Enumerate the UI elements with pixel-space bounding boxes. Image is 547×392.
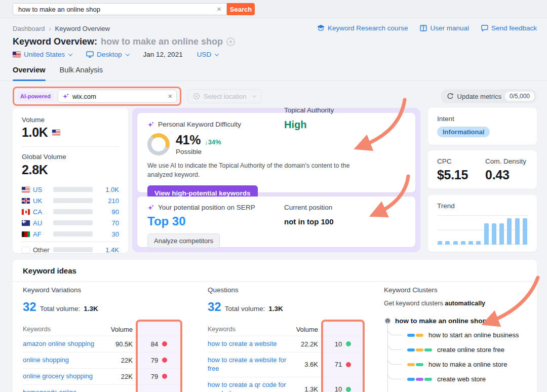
currency-selector[interactable]: USD [197,51,219,58]
questions-count[interactable]: 32 [208,300,221,314]
country-code[interactable]: UK [33,197,42,205]
add-keyword-icon[interactable] [226,37,235,46]
graduation-cap-icon [317,25,325,31]
country-code[interactable]: AF [33,230,42,238]
tabs-bar: Overview Bulk Analysis [0,66,547,81]
keyword-link[interactable]: homegoods online shopping [23,388,106,392]
competitive-density-label: Com. Density [485,158,526,165]
keyword-link[interactable]: how to create a qr code for a website [208,381,293,392]
cluster-tree: how to start an online business create o… [384,328,531,386]
search-button[interactable]: Search [227,3,255,15]
pkd-description: We use AI to indicate the Topical Author… [147,161,365,179]
keyword-pkd: 79 [136,357,182,364]
us-flag-icon [13,52,21,57]
breadcrumb-dashboard[interactable]: Dashboard [13,25,45,32]
trend-bar [468,241,473,245]
topical-authority-value: High [284,119,334,131]
country-volume-value: 70 [93,219,119,227]
keyword-link[interactable]: online shopping [23,356,106,365]
search-input[interactable] [13,3,227,15]
chevron-down-icon [125,52,129,56]
competitive-density-value: 0.43 [485,168,526,182]
update-metrics-button[interactable]: Update metrics 0/5,000 [441,89,537,103]
location-select[interactable]: Select location [187,89,261,103]
country-volume-row: Other 1.4K [22,244,119,255]
pkd-dot [346,387,351,392]
country-code[interactable]: CA [33,208,42,216]
country-flag-icon [22,247,30,253]
country-volume-bar [53,231,93,237]
tab[interactable]: Overview [13,66,46,81]
keyword-pkd: 71 [321,361,365,368]
tab[interactable]: Bulk Analysis [60,66,103,81]
country-selector[interactable]: United States [13,51,72,58]
keyword-clusters-label: Keyword Clusters [384,286,531,294]
search-clear-icon[interactable]: × [217,5,221,13]
trend-bar [476,241,481,245]
keyword-link[interactable]: online grocery shopping [23,372,106,381]
pkd-donut-chart [147,133,170,155]
keyword-overview-page: × Search Dashboard › Keyword Overview Ke… [0,0,547,392]
trend-bar [461,241,465,245]
cluster-item[interactable]: how to make a online store [407,357,531,372]
current-position-label: Current position [284,204,334,211]
cluster-item[interactable]: how to start an online business [407,328,531,342]
ai-domain-highlight-box: AI-powered wix.com × [13,87,181,106]
pkd-dot [162,358,167,363]
breadcrumb: Dashboard › Keyword Overview [13,25,110,32]
pkd-percent: 41% [176,133,201,147]
questions-table: Keywords Volume PKD % how to create a we… [208,323,365,392]
country-code[interactable]: Other [33,246,50,254]
page-title: Keyword Overview: how to make an online … [13,36,235,47]
keyword-link[interactable]: amazon online shopping [23,340,106,348]
domain-clear-icon[interactable]: × [168,92,172,100]
pkd-delta: ↓34% [205,138,221,146]
chat-bubble-icon [481,25,488,31]
trend-card: Trend [428,195,537,252]
keyword-volume: 22K [106,373,136,380]
country-volume-row: AU 70 [22,217,119,228]
analyze-competitors-button[interactable]: Analyze competitors [147,233,220,248]
pkd-title-row: Personal Keyword Difficulty [147,121,405,128]
ai-sparkle-icon [62,93,69,100]
country-flag-icon [22,187,30,192]
trend-bar-chart [437,215,528,245]
personal-keyword-difficulty-card: Personal Keyword Difficulty 41% ↓34% Pos… [137,113,415,192]
trend-label: Trend [437,202,528,210]
country-volume-row: US 1.0K [22,184,119,195]
pkd-dot [162,341,167,346]
cluster-root[interactable]: how to make an online shop [384,317,531,325]
send-feedback-link[interactable]: Send feedback [481,24,537,32]
volume-card: Volume 1.0K Global Volume 2.8K US 1.0K [13,108,128,253]
cluster-item[interactable]: create web store [407,372,531,386]
country-volume-row: AF 30 [22,228,119,240]
trend-bar [523,218,527,245]
keyword-ideas-card: Keyword ideas Keyword Variations 32 Tota… [13,260,537,392]
intent-card: Intent Informational [428,108,537,145]
keyword-link[interactable]: how to create a website for free [208,356,293,373]
cluster-item[interactable]: create online store free [407,342,531,357]
trend-bar [507,218,512,245]
update-quota-badge: 0/5,000 [505,92,534,101]
keyword-pkd: 84 [136,340,182,348]
keyword-link[interactable]: how to create a website [208,340,293,348]
pkd-dot [162,374,167,379]
keyword-research-course-link[interactable]: Keyword Research course [317,24,408,32]
report-date: Jan 12, 2021 [143,51,183,58]
variations-count[interactable]: 32 [23,300,36,314]
trend-bar [453,241,458,245]
keyword-pkd: 10 [321,340,365,348]
global-volume-label: Global Volume [22,153,119,161]
domain-input[interactable]: wix.com × [58,90,177,103]
keyword-row: how to create a website 22.2K 10 [208,336,365,352]
device-selector[interactable]: Desktop [86,51,129,58]
country-code[interactable]: US [33,186,42,193]
serp-title-row: Your potential position on SERP [147,204,405,211]
user-manual-link[interactable]: User manual [420,24,469,32]
keyword-row: online shopping 22K 79 [23,352,182,368]
ai-sparkle-icon [147,204,154,211]
volume-label: Volume [22,116,119,124]
intent-label: Intent [437,115,528,123]
country-code[interactable]: AU [33,219,42,227]
variations-total-label: Total volume: [40,305,81,312]
